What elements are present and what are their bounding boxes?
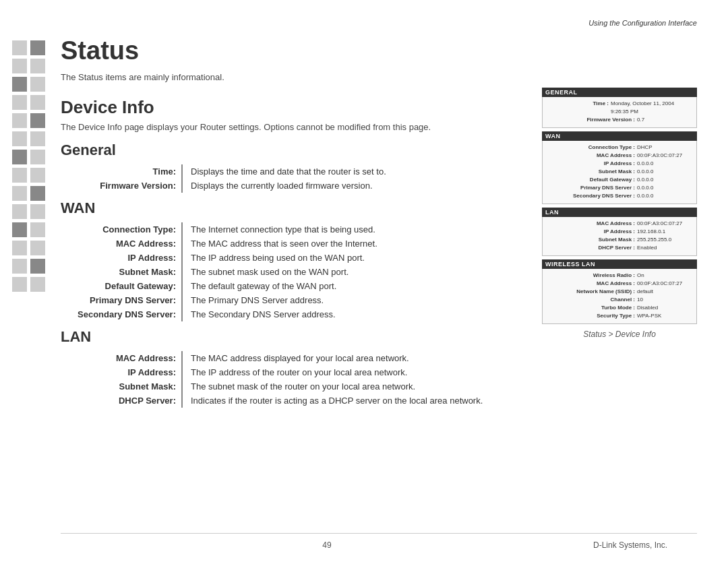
panel-row-value: 192.168.0.1 bbox=[637, 228, 691, 236]
panel-row-value: 00:0F:A3:0C:07:27 bbox=[637, 280, 691, 288]
panel-row: Wireless Radio :On bbox=[548, 272, 691, 280]
panel-row-value: default bbox=[637, 288, 691, 296]
field-label: Default Gateway: bbox=[61, 279, 182, 293]
panel-header: General bbox=[542, 88, 697, 97]
field-label: Subnet Mask: bbox=[61, 379, 182, 394]
panel-row: Channel :10 bbox=[548, 296, 691, 304]
field-label: Secondary DNS Server: bbox=[61, 307, 182, 321]
panel-row-label: MAC Address : bbox=[574, 220, 635, 228]
panel-row: Subnet Mask :0.0.0.0 bbox=[548, 168, 691, 176]
field-desc: The Internet connection type that is bei… bbox=[182, 222, 519, 237]
decorative-squares bbox=[12, 40, 45, 292]
panel-row-label: Secondary DNS Server : bbox=[573, 192, 635, 200]
field-desc: The IP address being used on the WAN por… bbox=[182, 251, 519, 265]
panel-row: Primary DNS Server :0.0.0.0 bbox=[548, 184, 691, 192]
intro-text: The Status items are mainly informationa… bbox=[61, 72, 519, 82]
footer: 49 D-Link Systems, Inc. bbox=[0, 540, 728, 550]
field-label: Subnet Mask: bbox=[61, 265, 182, 279]
panel-row-label: Subnet Mask : bbox=[574, 168, 635, 176]
panel-row-value: Monday, October 11, 2004 9:26:35 PM bbox=[611, 100, 691, 116]
panel-row-label: Connection Type : bbox=[574, 144, 635, 152]
panel-row-value: 0.0.0.0 bbox=[637, 160, 691, 168]
panel-body: Connection Type :DHCPMAC Address :00:0F:… bbox=[542, 141, 697, 204]
field-desc: The MAC address displayed for your local… bbox=[182, 351, 519, 365]
panel-row-label: Channel : bbox=[574, 296, 635, 304]
right-panel: GeneralTime :Monday, October 11, 2004 9:… bbox=[542, 88, 697, 339]
panel-row-value: 0.7 bbox=[637, 116, 691, 124]
panel-row-label: Time : bbox=[548, 100, 609, 116]
panel-row-value: 00:0F:A3:0C:07:27 bbox=[637, 220, 691, 228]
panel-body: MAC Address :00:0F:A3:0C:07:27IP Address… bbox=[542, 217, 697, 256]
panel-row: DHCP Server :Enabled bbox=[548, 244, 691, 252]
panel-row-label: Network Name (SSID) : bbox=[574, 288, 635, 296]
field-desc: The default gateway of the WAN port. bbox=[182, 279, 519, 293]
panel-row-label: Primary DNS Server : bbox=[574, 184, 635, 192]
panel-row-value: 0.0.0.0 bbox=[637, 192, 691, 200]
panel-row-value: Disabled bbox=[637, 304, 691, 312]
panel-row-label: DHCP Server : bbox=[574, 244, 635, 252]
field-label: IP Address: bbox=[61, 251, 182, 265]
panel-row-value: 255.255.255.0 bbox=[637, 236, 691, 244]
field-desc: The subnet mask of the router on your lo… bbox=[182, 379, 519, 394]
panel-body: Wireless Radio :OnMAC Address :00:0F:A3:… bbox=[542, 269, 697, 324]
panel-row: IP Address :0.0.0.0 bbox=[548, 160, 691, 168]
footer-divider bbox=[61, 533, 697, 534]
panel-row-value: Enabled bbox=[637, 244, 691, 252]
field-label: IP Address: bbox=[61, 365, 182, 379]
panel-header: WAN bbox=[542, 131, 697, 141]
panel-row-value: 00:0F:A3:0C:07:27 bbox=[637, 152, 691, 160]
wan-table: Connection Type:The Internet connection … bbox=[61, 222, 519, 321]
panel-section: Wireless LANWireless Radio :OnMAC Addres… bbox=[542, 259, 697, 324]
panel-section: WANConnection Type :DHCPMAC Address :00:… bbox=[542, 131, 697, 204]
field-label: MAC Address: bbox=[61, 351, 182, 365]
field-desc: The Secondary DNS Server address. bbox=[182, 307, 519, 321]
panel-row-label: MAC Address : bbox=[574, 280, 635, 288]
panel-row-label: Turbo Mode : bbox=[574, 304, 635, 312]
field-label: DHCP Server: bbox=[61, 394, 182, 408]
panel-section: GeneralTime :Monday, October 11, 2004 9:… bbox=[542, 88, 697, 128]
panel-header: Wireless LAN bbox=[542, 259, 697, 269]
panel-row: Subnet Mask :255.255.255.0 bbox=[548, 236, 691, 244]
panel-row-label: Wireless Radio : bbox=[574, 272, 635, 280]
panel-row: Time :Monday, October 11, 2004 9:26:35 P… bbox=[548, 100, 691, 116]
field-desc: Displays the currently loaded firmware v… bbox=[182, 179, 519, 193]
panel-row: Secondary DNS Server :0.0.0.0 bbox=[548, 192, 691, 200]
field-desc: The MAC address that is seen over the In… bbox=[182, 237, 519, 251]
lan-table: MAC Address:The MAC address displayed fo… bbox=[61, 351, 519, 408]
panel-row-label: IP Address : bbox=[574, 228, 635, 236]
breadcrumb: Using the Configuration Interface bbox=[588, 19, 697, 27]
field-label: Connection Type: bbox=[61, 222, 182, 237]
field-desc: Indicates if the router is acting as a D… bbox=[182, 394, 519, 408]
field-label: Primary DNS Server: bbox=[61, 293, 182, 307]
panel-header: LAN bbox=[542, 208, 697, 217]
panel-row-label: Firmware Version : bbox=[574, 116, 635, 124]
field-desc: The IP address of the router on your loc… bbox=[182, 365, 519, 379]
panel-row-value: 0.0.0.0 bbox=[637, 176, 691, 184]
page-title: Status bbox=[61, 37, 519, 65]
panel-row-value: 0.0.0.0 bbox=[637, 168, 691, 176]
panel-row: MAC Address :00:0F:A3:0C:07:27 bbox=[548, 280, 691, 288]
panel-body: Time :Monday, October 11, 2004 9:26:35 P… bbox=[542, 97, 697, 128]
panel-row: Network Name (SSID) :default bbox=[548, 288, 691, 296]
lan-title: LAN bbox=[61, 328, 519, 346]
panel-row: Connection Type :DHCP bbox=[548, 144, 691, 152]
field-desc: The subnet mask used on the WAN port. bbox=[182, 265, 519, 279]
field-desc: The Primary DNS Server address. bbox=[182, 293, 519, 307]
panel-row-label: Security Type : bbox=[574, 312, 635, 320]
panel-row: Firmware Version :0.7 bbox=[548, 116, 691, 124]
field-label: Firmware Version: bbox=[61, 179, 182, 193]
panel-row: Security Type :WPA-PSK bbox=[548, 312, 691, 320]
page-number: 49 bbox=[61, 540, 593, 550]
panel-row-value: 10 bbox=[637, 296, 691, 304]
panel-row-value: WPA-PSK bbox=[637, 312, 691, 320]
field-label: MAC Address: bbox=[61, 237, 182, 251]
panel-row: MAC Address :00:0F:A3:0C:07:27 bbox=[548, 220, 691, 228]
panel-row: Turbo Mode :Disabled bbox=[548, 304, 691, 312]
company-name: D-Link Systems, Inc. bbox=[593, 540, 667, 550]
panel-row-value: DHCP bbox=[637, 144, 691, 152]
panel-row-value: On bbox=[637, 272, 691, 280]
section-desc: The Device Info page displays your Route… bbox=[61, 122, 519, 132]
field-label: Time: bbox=[61, 164, 182, 179]
wan-title: WAN bbox=[61, 199, 519, 217]
section-title: Device Info bbox=[61, 97, 519, 118]
